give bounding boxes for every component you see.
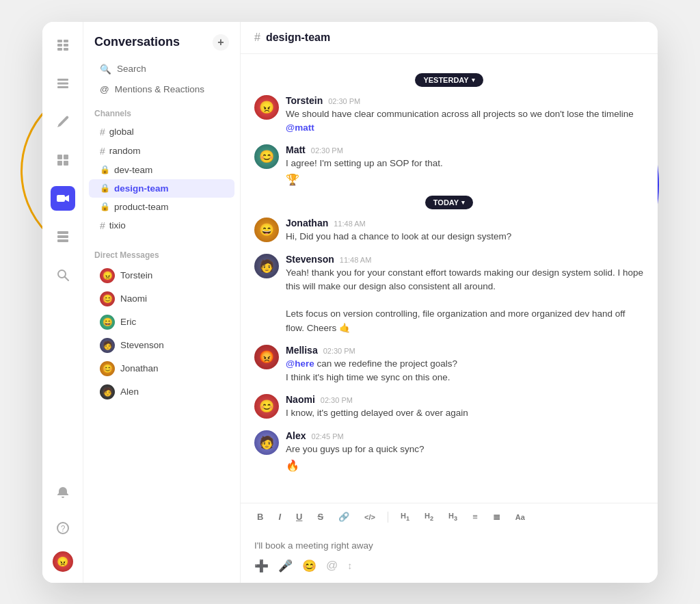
channel-item-random[interactable]: # random <box>89 142 234 161</box>
svg-rect-1 <box>64 40 68 42</box>
message-group-stevenson: 🧑 Stevenson 11:48 AM Yeah! thank you for… <box>254 254 644 335</box>
rail-icon-edit[interactable] <box>51 109 75 134</box>
user-avatar[interactable]: 😠 <box>53 551 73 572</box>
dm-avatar-jonathan: 😊 <box>100 361 115 376</box>
msg-header-matt: Matt 02:30 PM <box>286 144 644 155</box>
icon-rail: ? 😠 <box>42 22 83 583</box>
rail-icon-bell[interactable] <box>51 480 75 505</box>
svg-rect-10 <box>64 155 68 159</box>
svg-rect-4 <box>57 48 62 51</box>
rail-icon-help[interactable]: ? <box>51 516 75 540</box>
toolbar-h1[interactable]: H1 <box>398 510 412 523</box>
message-group-alex: 🧑 Alex 02:45 PM Are you guys up for a qu… <box>254 430 644 472</box>
rail-icon-grid[interactable] <box>51 33 75 57</box>
msg-header-mellisa: Mellisa 02:30 PM <box>286 345 644 356</box>
svg-text:?: ? <box>60 524 65 534</box>
avatar-naomi: 😊 <box>254 394 279 419</box>
search-icon: 🔍 <box>100 64 111 75</box>
channel-name-product-team: product-team <box>114 202 169 212</box>
channel-name-random: random <box>109 146 141 156</box>
date-badge-today[interactable]: TODAY ▾ <box>425 196 473 209</box>
channel-item-dev-team[interactable]: 🔒 dev-team <box>89 161 234 179</box>
channel-item-tixio[interactable]: # tixio <box>89 216 234 235</box>
msg-time-mellisa: 02:30 PM <box>323 347 355 355</box>
attach-button[interactable]: ➕ <box>254 559 269 573</box>
rail-icon-stack[interactable] <box>51 224 75 249</box>
dm-section-label: Direct Messages <box>83 241 240 264</box>
date-badge-yesterday[interactable]: YESTERDAY ▾ <box>415 73 483 87</box>
chat-input[interactable] <box>254 538 644 553</box>
toolbar-bullet-list[interactable]: ≡ <box>470 510 481 523</box>
rail-icon-video[interactable] <box>51 186 75 211</box>
svg-rect-13 <box>57 195 65 202</box>
toolbar-link[interactable]: 🔗 <box>336 510 352 523</box>
toolbar-text-format[interactable]: Aa <box>513 512 528 523</box>
rail-icon-search[interactable] <box>51 263 75 287</box>
chevron-down-icon-today: ▾ <box>461 199 465 206</box>
svg-rect-12 <box>64 161 68 166</box>
msg-author-jonathan: Jonathan <box>286 218 328 228</box>
rail-icon-layers[interactable] <box>51 71 75 96</box>
msg-text-naomi: I know, it's getting delayed over & over… <box>286 406 644 420</box>
message-group-mellisa: 😡 Mellisa 02:30 PM @here can we redefine… <box>254 345 644 385</box>
sidebar-title: Conversations <box>94 35 180 49</box>
dm-item-torstein[interactable]: 😠 Torstein <box>89 264 234 287</box>
dm-item-eric[interactable]: 😄 Eric <box>89 311 234 334</box>
dm-item-jonathan[interactable]: 😊 Jonathan <box>89 357 234 380</box>
svg-rect-16 <box>57 239 68 242</box>
channel-item-global[interactable]: # global <box>89 122 234 142</box>
lock-icon: 🔒 <box>100 165 110 174</box>
message-group-naomi: 😊 Naomi 02:30 PM I know, it's getting de… <box>254 394 644 420</box>
msg-text-alex: Are you guys up for a quick sync? <box>286 443 644 456</box>
toolbar-h3[interactable]: H3 <box>446 510 460 523</box>
add-conversation-button[interactable]: + <box>213 34 229 51</box>
toolbar-bold[interactable]: B <box>254 510 266 523</box>
msg-time-alex: 02:45 PM <box>312 432 344 441</box>
channel-item-product-team[interactable]: 🔒 product-team <box>89 198 234 216</box>
toolbar-divider <box>388 512 388 523</box>
dm-item-alen[interactable]: 🧑 Alen <box>89 380 234 404</box>
toolbar-h2[interactable]: H2 <box>422 510 436 523</box>
msg-time-naomi: 02:30 PM <box>321 396 353 404</box>
audio-button[interactable]: 🎤 <box>278 559 293 573</box>
message-group-jonathan: 😄 Jonathan 11:48 AM Hi, Did you had a ch… <box>254 218 644 244</box>
toolbar-underline[interactable]: U <box>293 510 305 523</box>
message-content-naomi: Naomi 02:30 PM I know, it's getting dela… <box>286 394 644 420</box>
sidebar-header: Conversations + <box>83 22 240 59</box>
msg-author-torstein: Torstein <box>286 95 323 106</box>
avatar-alex: 🧑 <box>254 430 279 455</box>
msg-header-alex: Alex 02:45 PM <box>286 430 644 441</box>
formatting-button[interactable]: ↕ <box>347 560 352 571</box>
msg-author-stevenson: Stevenson <box>286 254 334 265</box>
msg-text-matt: I agree! I'm setting up an SOP for that. <box>286 157 644 170</box>
toolbar-code[interactable]: </> <box>362 512 378 523</box>
sidebar-nav-mentions[interactable]: @ Mentions & Reactions <box>89 79 234 99</box>
toolbar-strikethrough[interactable]: S <box>314 510 326 523</box>
dm-item-stevenson[interactable]: 🧑 Stevenson <box>89 334 234 357</box>
dm-item-naomi[interactable]: 😊 Naomi <box>89 287 234 311</box>
message-content-jonathan: Jonathan 11:48 AM Hi, Did you had a chan… <box>286 218 644 244</box>
msg-reaction-matt: 🏆 <box>286 173 299 186</box>
chat-toolbar: B I U S 🔗 </> H1 H2 H3 ≡ ≣ Aa <box>241 503 658 530</box>
toolbar-ordered-list[interactable]: ≣ <box>490 510 503 523</box>
toolbar-italic[interactable]: I <box>275 510 284 523</box>
dm-name-stevenson: Stevenson <box>120 340 164 350</box>
dm-name-jonathan: Jonathan <box>120 363 159 373</box>
message-content-stevenson: Stevenson 11:48 AM Yeah! thank you for y… <box>286 254 644 335</box>
channels-section-label: Channels <box>83 99 240 122</box>
mention-button[interactable]: @ <box>326 559 338 573</box>
chat-input-actions: ➕ 🎤 😊 @ ↕ <box>254 559 644 573</box>
rail-icon-grid2[interactable] <box>51 148 75 172</box>
message-content-alex: Alex 02:45 PM Are you guys up for a quic… <box>286 430 644 472</box>
sidebar-search-label: Search <box>117 64 146 74</box>
channel-item-design-team[interactable]: 🔒 design-team <box>89 179 234 198</box>
svg-rect-11 <box>57 161 62 166</box>
dm-name-torstein: Torstein <box>120 270 152 280</box>
svg-rect-5 <box>64 48 68 51</box>
sidebar-nav-search[interactable]: 🔍 Search <box>89 59 234 79</box>
hash-icon: # <box>100 220 105 231</box>
channel-name-dev-team: dev-team <box>114 165 152 175</box>
channel-hash-symbol: # <box>254 31 260 44</box>
emoji-button[interactable]: 😊 <box>302 559 317 573</box>
sidebar-mentions-label: Mentions & Reactions <box>115 84 204 94</box>
